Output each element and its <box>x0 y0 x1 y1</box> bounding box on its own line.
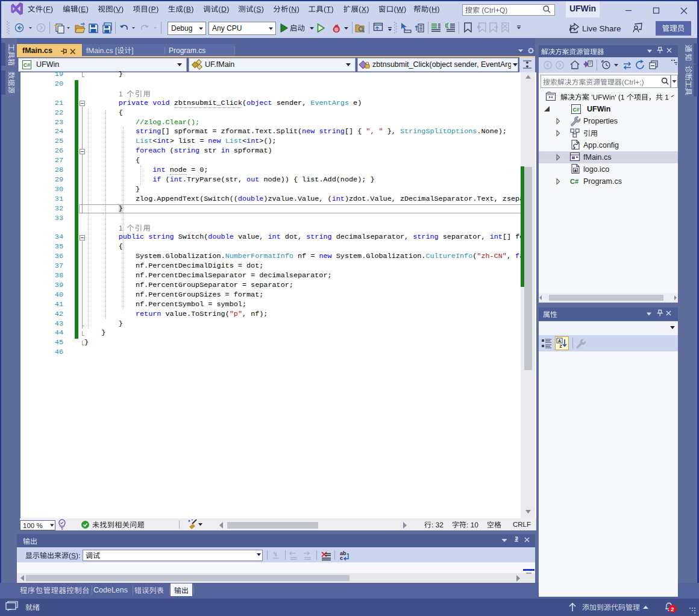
svg-text:c: c <box>340 555 343 561</box>
svg-text:Z: Z <box>560 344 563 348</box>
svg-text:C#: C# <box>573 107 580 113</box>
svg-text:2: 2 <box>671 606 674 612</box>
svg-text:C#: C# <box>570 178 578 185</box>
svg-text:A: A <box>558 339 561 343</box>
svg-text:C#: C# <box>24 62 31 68</box>
